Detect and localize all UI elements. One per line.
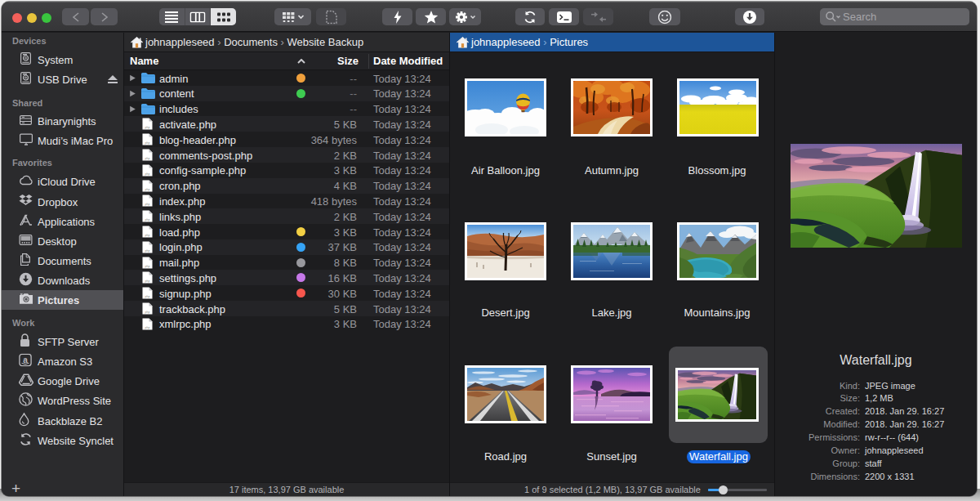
svg-text:php: php: [145, 234, 150, 237]
svg-text:php: php: [145, 280, 150, 283]
svg-text:php: php: [145, 157, 150, 160]
svg-text:php: php: [145, 203, 150, 206]
svg-text:php: php: [145, 141, 150, 145]
svg-text:php: php: [145, 249, 150, 253]
svg-text:php: php: [145, 172, 150, 176]
svg-text:php: php: [145, 218, 150, 221]
svg-text:php: php: [145, 311, 150, 314]
svg-text:php: php: [145, 265, 150, 268]
svg-text:php: php: [145, 188, 150, 191]
svg-text:php: php: [145, 295, 150, 298]
svg-text:php: php: [145, 326, 150, 329]
svg-text:php: php: [145, 126, 150, 129]
svg-text:a: a: [23, 356, 28, 365]
